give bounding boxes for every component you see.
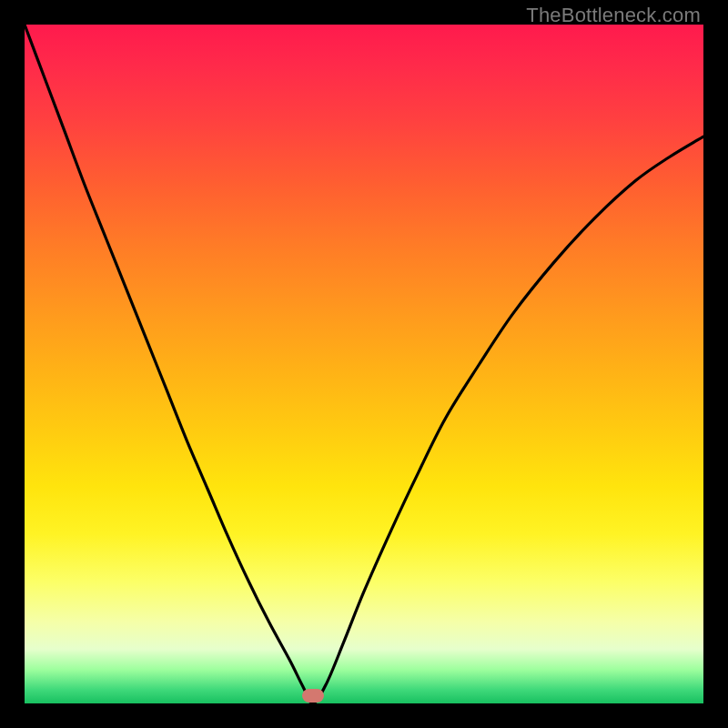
- plot-area: [25, 25, 703, 703]
- optimum-marker: [302, 689, 324, 703]
- chart-frame: TheBottleneck.com: [0, 0, 728, 728]
- bottleneck-curve: [25, 25, 703, 703]
